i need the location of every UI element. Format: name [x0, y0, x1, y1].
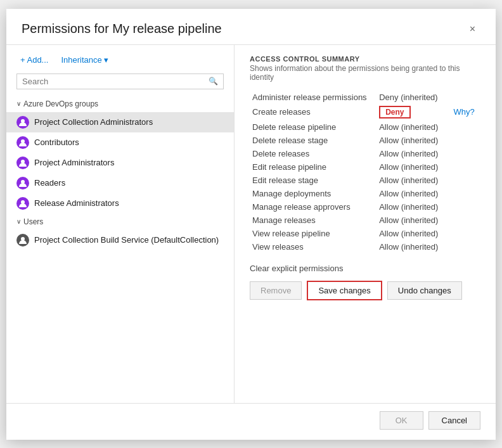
- search-icon: 🔍: [209, 77, 218, 86]
- table-row: Delete releasesAllow (inherited): [250, 147, 480, 160]
- permission-value: Allow (inherited): [376, 147, 448, 160]
- acs-subtitle: Shows information about the permissions …: [250, 64, 480, 82]
- permission-name: Manage releases: [250, 214, 376, 227]
- permission-value: Allow (inherited): [376, 120, 448, 134]
- dialog: Permissions for My release pipeline × + …: [6, 9, 496, 440]
- list-item-label: Readers: [34, 178, 65, 188]
- search-input[interactable]: [22, 77, 209, 86]
- list-item-label: Release Administrators: [34, 198, 119, 208]
- permission-name: View release pipeline: [250, 227, 376, 240]
- permission-name: Delete release pipeline: [250, 120, 376, 134]
- permission-why: [448, 147, 480, 160]
- list-item-label: Project Collection Build Service (Defaul…: [34, 235, 219, 245]
- ok-button[interactable]: OK: [380, 411, 423, 430]
- permission-why: [448, 227, 480, 240]
- left-toolbar: + Add... Inheritance ▾: [6, 53, 234, 74]
- list-item[interactable]: Project Collection Build Service (Defaul…: [6, 230, 234, 250]
- permission-name: Edit release stage: [250, 174, 376, 187]
- permission-name: Manage release approvers: [250, 200, 376, 214]
- groups-chevron: ∨: [16, 100, 21, 107]
- table-row: View releasesAllow (inherited): [250, 240, 480, 253]
- dialog-header: Permissions for My release pipeline ×: [6, 9, 496, 45]
- table-row: Administer release permissionsDeny (inhe…: [250, 91, 480, 104]
- users-section-header[interactable]: ∨ Users: [6, 214, 234, 230]
- permission-value: Allow (inherited): [376, 240, 448, 253]
- permission-value: Allow (inherited): [376, 187, 448, 200]
- dialog-body: + Add... Inheritance ▾ 🔍 ∨ Azure DevOps …: [6, 45, 496, 403]
- permission-name: Edit release pipeline: [250, 160, 376, 174]
- permission-value: Allow (inherited): [376, 200, 448, 214]
- avatar: [16, 197, 29, 210]
- permission-name: View releases: [250, 240, 376, 253]
- permission-name: Delete releases: [250, 147, 376, 160]
- left-panel: + Add... Inheritance ▾ 🔍 ∨ Azure DevOps …: [6, 45, 235, 403]
- permission-value: Deny: [376, 104, 448, 120]
- permission-why: [448, 160, 480, 174]
- remove-button[interactable]: Remove: [250, 281, 302, 300]
- permission-name: Delete release stage: [250, 134, 376, 147]
- permission-why: [448, 240, 480, 253]
- users-section-label: Users: [23, 217, 43, 226]
- clear-explicit-label: Clear explicit permissions: [250, 264, 480, 273]
- cancel-button[interactable]: Cancel: [428, 411, 480, 430]
- permission-name: Administer release permissions: [250, 91, 376, 104]
- permission-name: Create releases: [250, 104, 376, 120]
- table-row: Manage release approversAllow (inherited…: [250, 200, 480, 214]
- table-row: Manage deploymentsAllow (inherited): [250, 187, 480, 200]
- permissions-table: Administer release permissionsDeny (inhe…: [250, 91, 480, 253]
- permission-why: [448, 174, 480, 187]
- list-item[interactable]: Project Administrators: [6, 153, 234, 173]
- avatar: [16, 157, 29, 169]
- table-row: Edit release pipelineAllow (inherited): [250, 160, 480, 174]
- table-row: Create releasesDenyWhy?: [250, 104, 480, 120]
- list-item-label: Contributors: [34, 138, 79, 147]
- list-item[interactable]: Contributors: [6, 132, 234, 153]
- deny-badge: Deny: [379, 106, 410, 118]
- permission-value: Allow (inherited): [376, 134, 448, 147]
- permission-value: Allow (inherited): [376, 227, 448, 240]
- groups-section-label: Azure DevOps groups: [23, 99, 98, 108]
- table-row: Edit release stageAllow (inherited): [250, 174, 480, 187]
- dialog-footer: OK Cancel: [6, 403, 496, 440]
- permission-value: Deny (inherited): [376, 91, 448, 104]
- permission-value: Allow (inherited): [376, 214, 448, 227]
- avatar: [16, 116, 29, 129]
- table-row: Delete release stageAllow (inherited): [250, 134, 480, 147]
- list-item[interactable]: Project Collection Administrators: [6, 112, 234, 132]
- add-button[interactable]: + Add...: [16, 53, 52, 67]
- list-item-label: Project Administrators: [34, 158, 114, 167]
- avatar: [16, 177, 29, 189]
- close-button[interactable]: ×: [465, 22, 480, 37]
- permission-value: Allow (inherited): [376, 174, 448, 187]
- permission-value: Allow (inherited): [376, 160, 448, 174]
- search-box: 🔍: [16, 74, 224, 89]
- acs-title: ACCESS CONTROL SUMMARY: [250, 55, 480, 63]
- permission-why: [448, 214, 480, 227]
- list-item[interactable]: Readers: [6, 173, 234, 193]
- table-row: Manage releasesAllow (inherited): [250, 214, 480, 227]
- save-changes-button[interactable]: Save changes: [307, 281, 382, 300]
- permission-why: [448, 120, 480, 134]
- permission-why: [448, 187, 480, 200]
- dialog-title: Permissions for My release pipeline: [22, 22, 222, 36]
- undo-changes-button[interactable]: Undo changes: [387, 281, 462, 300]
- avatar: [16, 234, 29, 246]
- list-item[interactable]: Release Administrators: [6, 193, 234, 214]
- table-row: View release pipelineAllow (inherited): [250, 227, 480, 240]
- list-item-label: Project Collection Administrators: [34, 117, 153, 127]
- avatar: [16, 136, 29, 149]
- permission-why: [448, 200, 480, 214]
- permission-why: [448, 134, 480, 147]
- table-row: Delete release pipelineAllow (inherited): [250, 120, 480, 134]
- inheritance-button[interactable]: Inheritance ▾: [57, 53, 112, 67]
- permission-name: Manage deployments: [250, 187, 376, 200]
- permission-why[interactable]: Why?: [448, 104, 480, 120]
- right-panel: ACCESS CONTROL SUMMARY Shows information…: [235, 45, 496, 403]
- actions-row: Remove Save changes Undo changes: [250, 281, 480, 300]
- groups-section-header[interactable]: ∨ Azure DevOps groups: [6, 96, 234, 112]
- permission-why: [448, 91, 480, 104]
- users-chevron: ∨: [16, 218, 21, 225]
